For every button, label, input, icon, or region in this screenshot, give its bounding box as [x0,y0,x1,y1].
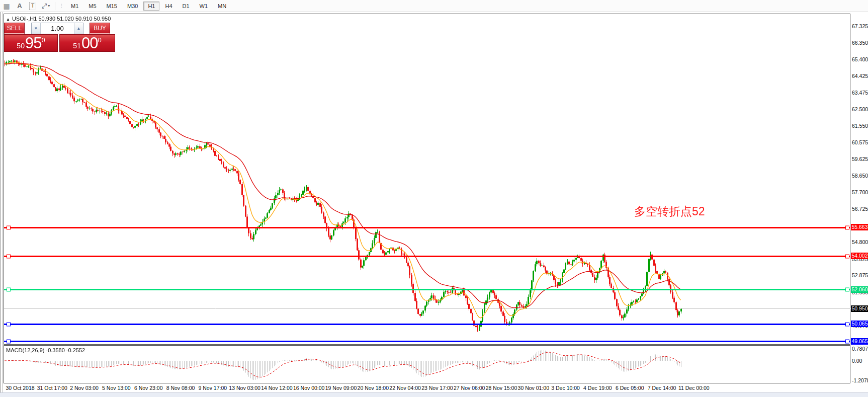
time-axis-label: 28 Nov 15:00 [486,385,517,391]
price-tick-label: 63.475 [851,89,868,96]
time-axis-label: 20 Nov 18:00 [358,385,389,391]
macd-canvas[interactable] [4,346,850,383]
time-axis-label: 4 Dec 19:00 [583,385,612,391]
collapse-panel-icon[interactable]: ▲ [6,17,10,22]
ask-quote: 51000 [73,35,101,51]
text-tool-glyph: T [29,2,37,10]
text-tool-icon[interactable]: T [27,1,39,11]
arrows-tool-icon[interactable]: ⤢ ▾ [40,1,52,11]
price-tick-label: 60.575 [851,139,868,146]
volume-input[interactable]: 1.00 [41,23,74,34]
timeframe-button-d1[interactable]: D1 [178,2,194,11]
price-tick-label: 66.350 [851,40,868,46]
time-axis-label: 13 Nov 03:00 [229,385,260,391]
timeframe-button-m5[interactable]: M5 [84,2,101,11]
time-axis-label: 19 Nov 09:00 [325,385,357,391]
time-axis: 30 Oct 201831 Oct 17:002 Nov 03:005 Nov … [4,384,851,392]
timeframe-button-m30[interactable]: M30 [123,2,142,11]
time-axis-label: 30 Oct 2018 [6,385,34,391]
time-axis-label: 7 Dec 14:00 [648,385,676,391]
time-axis-label: 23 Nov 17:00 [421,385,453,391]
bid-main: 95 [25,35,41,51]
one-click-trading-panel: 50950 51000 SELL BUY ▼ 1.00 ▲ [4,23,115,52]
timeframe-button-w1[interactable]: W1 [195,2,213,11]
font-icon[interactable]: A [14,1,26,11]
toolbar-separator [55,2,55,10]
timeframe-button-h4[interactable]: H4 [160,2,177,11]
ask-prefix: 51 [73,42,81,49]
timeframe-button-h1[interactable]: H1 [143,2,159,11]
mt4-window: ▦ A T ⤢ ▾ ⋮ M1M5M15M30H1H4D1W1MN ▲USOil-… [0,0,868,397]
symbol-label: USOil-,H1 [12,16,37,22]
time-axis-label: 31 Oct 17:00 [37,385,67,391]
macd-axis-label: -1.2078 [852,377,868,383]
time-axis-label: 14 Nov 12:00 [261,385,292,391]
toolbar: ▦ A T ⤢ ▾ ⋮ M1M5M15M30H1H4D1W1MN [0,0,868,12]
timeframe-button-mn[interactable]: MN [213,2,231,11]
price-tick-label: 56.725 [851,206,868,212]
timeframe-button-m1[interactable]: M1 [66,2,83,11]
time-axis-label: 8 Nov 08:00 [166,385,195,391]
price-tick-label: 62.500 [851,106,868,113]
window-left-edge [0,12,1,397]
price-tick-label: 65.400 [851,56,868,62]
macd-axis-label: 0.00 [852,358,862,364]
volume-increase-button[interactable]: ▲ [74,23,83,34]
time-axis-label: 6 Nov 23:00 [134,385,163,391]
time-axis-label: 5 Nov 13:00 [102,385,131,391]
bid-prefix: 50 [17,42,25,49]
time-axis-label: 6 Dec 05:00 [616,385,644,391]
price-tick-label: 61.550 [851,122,868,129]
chart-annotation-text[interactable]: 多空转折点52 [634,204,705,219]
macd-indicator-label: MACD(12,26,9) -0.3580 -0.2552 [6,347,85,353]
chart-symbol-header: ▲USOil-,H1 50.930 51.020 50.910 50.950 [6,16,111,22]
chevron-down-icon: ▾ [48,4,50,8]
price-tick-label: 54.800 [851,239,868,246]
time-axis-label: 27 Nov 06:00 [454,385,485,391]
price-tick-label: 58.650 [851,173,868,179]
hline-price-label: 49.065 [851,338,868,345]
buy-button[interactable]: BUY [90,23,110,34]
price-tick-label: 59.625 [851,155,868,162]
timeframe-button-m15[interactable]: M15 [102,2,122,11]
ohlc-values: 50.930 51.020 50.910 50.950 [39,16,111,22]
macd-axis-label: 0.7807 [852,346,868,352]
hline-price-label: 54.002 [851,253,868,259]
time-axis-label: 16 Nov 00:00 [293,385,324,391]
hline-price-label: 55.663 [851,224,868,230]
timeframe-group: M1M5M15M30H1H4D1W1MN [66,3,231,10]
window-left-edge-inner [2,12,3,397]
sell-price-button[interactable]: 50950 [4,34,58,52]
time-axis-label: 22 Nov 04:00 [389,385,420,391]
time-axis-label: 11 Dec 00:00 [678,385,710,391]
ask-main: 00 [81,35,98,51]
time-axis-label: 9 Nov 17:00 [198,385,227,391]
hline-price-label: 50.065 [851,321,868,327]
price-tick-label: 52.875 [851,272,868,279]
volume-control: ▼ 1.00 ▲ [31,23,83,34]
dotted-grid-icon[interactable]: ▦ [1,1,13,11]
hline-price-label: 52.060 [851,286,868,293]
time-axis-label: 2 Nov 03:00 [70,385,99,391]
price-chart-canvas[interactable] [4,14,850,344]
ask-pip: 0 [98,37,101,43]
price-tick-label: 67.325 [851,23,868,29]
arrows-glyph: ⤢ [42,2,47,10]
hline-price-label: 50.950 [851,305,868,312]
sell-button[interactable]: SELL [4,23,25,34]
horizontal-scrollbar-strip [0,392,868,397]
volume-decrease-button[interactable]: ▼ [32,23,41,34]
price-tick-label: 57.700 [851,189,868,195]
time-axis-label: 3 Dec 10:00 [551,385,580,391]
price-tick-label: 64.425 [851,73,868,80]
time-axis-label: 30 Nov 01:00 [518,385,549,391]
buy-price-button[interactable]: 51000 [59,34,115,52]
bid-quote: 50950 [17,35,45,51]
bid-pip: 0 [41,37,45,43]
toolbar-grip: ⋮ [58,1,65,11]
